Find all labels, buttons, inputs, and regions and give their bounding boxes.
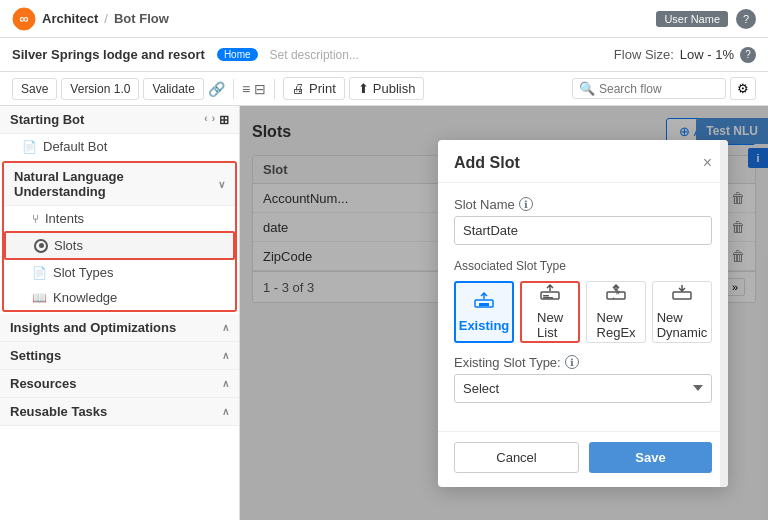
slot-name-info-icon[interactable]: ℹ [519,197,533,211]
home-badge[interactable]: Home [217,48,258,61]
resources-chevron[interactable]: ∧ [222,378,229,389]
add-slot-modal: Add Slot × Slot Name ℹ Associated Slot T… [438,140,728,487]
slots-circle-icon [34,239,48,253]
sidebar-item-slots[interactable]: Slots [4,231,235,260]
svg-rect-3 [479,303,489,306]
logo-icon: ∞ [12,7,36,31]
svg-text:∞: ∞ [19,11,28,26]
svg-rect-5 [543,295,549,297]
knowledge-icon: 📖 [32,291,47,305]
page-title: Bot Flow [114,11,169,26]
new-dynamic-label: NewDynamic [657,310,708,340]
modal-header: Add Slot × [438,140,728,183]
modal-footer: Cancel Save [438,431,728,487]
sidebar-controls: ‹ › ⊞ [204,113,229,127]
sidebar-item-slot-types[interactable]: 📄 Slot Types [4,260,235,285]
brand-label: Architect [42,11,98,26]
filter-icon: ⊟ [254,81,266,97]
flow-title: Silver Springs lodge and resort [12,47,205,62]
slot-type-new-regex[interactable]: .* NewRegEx [586,281,646,343]
slot-type-existing[interactable]: Existing [454,281,514,343]
modal-overlay: Add Slot × Slot Name ℹ Associated Slot T… [240,106,768,520]
sidebar-section-reusable[interactable]: Reusable Tasks ∧ [0,398,239,426]
flow-size-info-icon[interactable]: ? [740,47,756,63]
search-icon: 🔍 [579,81,595,96]
slot-name-input[interactable] [454,216,712,245]
sidebar-section-settings[interactable]: Settings ∧ [0,342,239,370]
publish-button[interactable]: ⬆ Publish [349,77,425,100]
sidebar-item-default-bot[interactable]: 📄 Default Bot [0,134,239,159]
toolbar: Save Version 1.0 Validate 🔗 ≡ ⊟ 🖨 Print … [0,72,768,106]
sidebar-item-knowledge[interactable]: 📖 Knowledge [4,285,235,310]
print-icon: 🖨 [292,81,305,96]
tree-icon[interactable]: ⊞ [219,113,229,127]
slot-type-section: Associated Slot Type Existing [454,259,712,343]
print-button[interactable]: 🖨 Print [283,77,345,100]
settings-chevron[interactable]: ∧ [222,350,229,361]
sidebar-item-intents[interactable]: ⑂ Intents [4,206,235,231]
resources-label: Resources [10,376,76,391]
search-box: 🔍 [572,78,726,99]
reusable-chevron[interactable]: ∧ [222,406,229,417]
modal-title: Add Slot [454,154,520,172]
existing-slot-type-section: Existing Slot Type: ℹ Select [454,355,712,403]
sidebar-section-insights[interactable]: Insights and Optimizations ∧ [0,314,239,342]
save-button[interactable]: Save [12,78,57,100]
slot-type-new-list[interactable]: NewList [520,281,580,343]
content-area: Slots ⊕ Add Slot Slot AccountNum... ✏ 🗑 … [240,106,768,520]
flow-size-label: Flow Size: [614,47,674,62]
sidebar-section-resources[interactable]: Resources ∧ [0,370,239,398]
help-button[interactable]: ? [736,9,756,29]
description-placeholder[interactable]: Set description... [270,48,359,62]
save-button[interactable]: Save [589,442,712,473]
link-icon: 🔗 [208,81,225,97]
insights-chevron[interactable]: ∧ [222,322,229,333]
modal-close-button[interactable]: × [703,154,712,172]
user-badge: User Name [656,11,728,27]
fork-icon: ⑂ [32,212,39,226]
collapse-icon[interactable]: ‹ [204,113,207,127]
expand-icon[interactable]: › [212,113,215,127]
svg-rect-10 [673,292,691,299]
settings-label: Settings [10,348,61,363]
existing-upload-icon [473,291,495,314]
associated-type-label: Associated Slot Type [454,259,712,273]
main-layout: Starting Bot ‹ › ⊞ 📄 Default Bot Natural… [0,106,768,520]
version-button[interactable]: Version 1.0 [61,78,139,100]
slot-type-grid: Existing NewList [454,281,712,343]
slot-types-label: Slot Types [53,265,113,280]
svg-rect-6 [543,297,553,299]
modal-body: Slot Name ℹ Associated Slot Type [438,183,728,431]
nlu-section: Natural Language Understanding ∨ ⑂ Inten… [2,161,237,312]
breadcrumb-sep: / [104,11,108,26]
slot-type-new-dynamic[interactable]: NewDynamic [652,281,712,343]
scrollbar[interactable] [720,140,728,487]
intents-label: Intents [45,211,84,226]
new-regex-label: NewRegEx [597,310,636,340]
nlu-collapse-icon[interactable]: ∨ [218,179,225,190]
nlu-header[interactable]: Natural Language Understanding ∨ [4,163,235,206]
settings-icon-button[interactable]: ⚙ [730,77,756,100]
nlu-label: Natural Language Understanding [14,169,218,199]
new-regex-icon: .* [605,283,627,306]
default-bot-label: Default Bot [43,139,107,154]
flow-size-value: Low - 1% [680,47,734,62]
search-input[interactable] [599,82,719,96]
sidebar-section-starting-bot[interactable]: Starting Bot ‹ › ⊞ [0,106,239,134]
knowledge-label: Knowledge [53,290,117,305]
starting-bot-label: Starting Bot [10,112,84,127]
sidebar: Starting Bot ‹ › ⊞ 📄 Default Bot Natural… [0,106,240,520]
validate-button[interactable]: Validate [143,78,203,100]
insights-label: Insights and Optimizations [10,320,176,335]
existing-slot-type-label: Existing Slot Type: ℹ [454,355,712,370]
existing-type-info-icon[interactable]: ℹ [565,355,579,369]
cancel-button[interactable]: Cancel [454,442,579,473]
new-list-icon [539,283,561,306]
toolbar-separator-2 [274,79,275,99]
second-bar: Silver Springs lodge and resort Home Set… [0,38,768,72]
new-dynamic-icon [671,283,693,306]
top-bar-right: User Name ? [656,9,756,29]
slots-label: Slots [54,238,83,253]
existing-slot-type-select[interactable]: Select [454,374,712,403]
doc-icon: 📄 [22,140,37,154]
